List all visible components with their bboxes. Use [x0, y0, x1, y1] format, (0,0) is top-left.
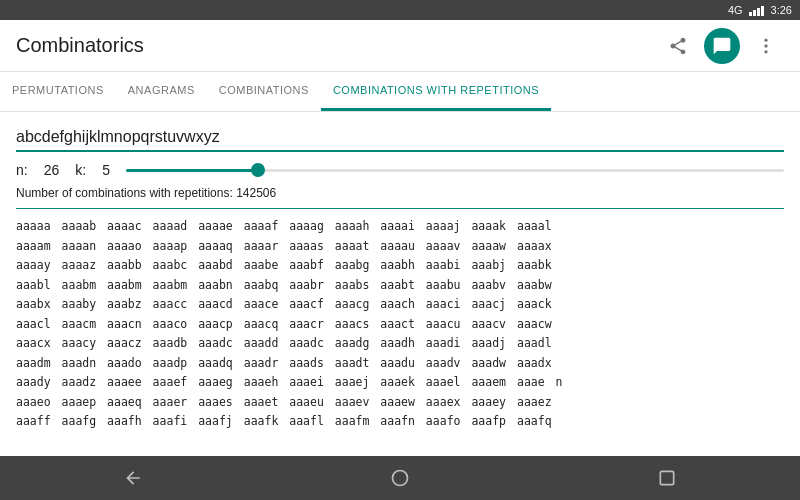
time-display: 3:26: [771, 4, 792, 16]
result-line: aaaam aaaan aaaao aaaap aaaaq aaaar aaaa…: [16, 237, 784, 257]
tab-anagrams[interactable]: ANAGRAMS: [116, 72, 207, 111]
svg-point-5: [764, 44, 767, 47]
back-button[interactable]: [123, 468, 143, 488]
result-line: aaacl aaacm aaacn aaaco aaacp aaacq aaac…: [16, 315, 784, 335]
svg-point-6: [764, 50, 767, 53]
toolbar: Combinatorics: [0, 20, 800, 72]
result-line: aaaff aaafg aaafh aaafi aaafj aaafk aaaf…: [16, 412, 784, 432]
k-value: 5: [102, 162, 110, 178]
signal-icon: [749, 5, 765, 16]
chat-icon: [712, 36, 732, 56]
svg-rect-2: [757, 8, 760, 16]
network-indicator: 4G: [728, 4, 743, 16]
tab-permutations[interactable]: PERMUTATIONS: [0, 72, 116, 111]
share-button[interactable]: [660, 28, 696, 64]
n-label: n:: [16, 162, 28, 178]
chat-button[interactable]: [704, 28, 740, 64]
svg-point-7: [392, 471, 407, 486]
recents-button[interactable]: [657, 468, 677, 488]
n-value: 26: [44, 162, 60, 178]
svg-rect-3: [761, 6, 764, 16]
result-line: aaaay aaaaz aaabb aaabc aaabd aaabe aaab…: [16, 256, 784, 276]
slider-thumb: [251, 163, 265, 177]
slider-fill: [126, 169, 258, 172]
app-title: Combinatorics: [16, 34, 660, 57]
params-row: n: 26 k: 5: [16, 160, 784, 180]
result-line: aaabx aaaby aaabz aaacc aaacd aaace aaac…: [16, 295, 784, 315]
svg-rect-0: [749, 12, 752, 16]
result-line: aaady aaadz aaaee aaaef aaaeg aaaeh aaae…: [16, 373, 784, 393]
slider-track: [126, 169, 784, 172]
k-label: k:: [75, 162, 86, 178]
tab-combinations-rep[interactable]: COMBINATIONS WITH REPETITIONS: [321, 72, 551, 111]
main-content: n: 26 k: 5 Number of combinations with r…: [0, 112, 800, 456]
alphabet-input[interactable]: [16, 124, 784, 152]
svg-rect-8: [660, 471, 673, 484]
result-line: aaaeo aaaep aaaeq aaaer aaaes aaaet aaae…: [16, 393, 784, 413]
status-bar: 4G 3:26: [0, 0, 800, 20]
result-line: aaaaa aaaab aaaac aaaad aaaae aaaaf aaaa…: [16, 217, 784, 237]
svg-point-4: [764, 38, 767, 41]
share-icon: [668, 36, 688, 56]
more-button[interactable]: [748, 28, 784, 64]
count-description: Number of combinations with repetitions:…: [16, 186, 784, 200]
input-section: [16, 124, 784, 152]
results-area: aaaaa aaaab aaaac aaaad aaaae aaaaf aaaa…: [16, 217, 784, 448]
result-line: aaabl aaabm aaabm aaabm aaabn aaabq aaab…: [16, 276, 784, 296]
result-line: aaadm aaadn aaado aaadp aaadq aaadr aaad…: [16, 354, 784, 374]
tab-combinations[interactable]: COMBINATIONS: [207, 72, 321, 111]
nav-bar: [0, 456, 800, 500]
home-button[interactable]: [390, 468, 410, 488]
more-icon: [756, 36, 776, 56]
recents-icon: [657, 468, 677, 488]
back-icon: [123, 468, 143, 488]
k-slider[interactable]: [126, 160, 784, 180]
svg-rect-1: [753, 10, 756, 16]
toolbar-actions: [660, 28, 784, 64]
tabs-bar: PERMUTATIONS ANAGRAMS COMBINATIONS COMBI…: [0, 72, 800, 112]
results-divider: [16, 208, 784, 209]
home-icon: [390, 468, 410, 488]
result-line: aaacx aaacy aaacz aaadb aaadc aaadd aaad…: [16, 334, 784, 354]
